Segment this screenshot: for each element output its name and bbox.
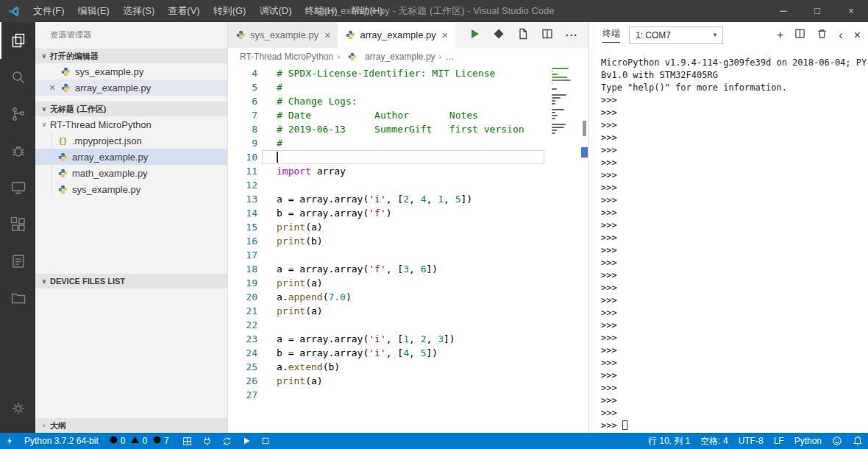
- menu-item-4[interactable]: 查看(V): [161, 0, 206, 22]
- editor-actions: ···: [469, 22, 588, 48]
- indentation-setting[interactable]: 空格: 4: [695, 433, 733, 449]
- outline-header[interactable]: › 大纲: [35, 418, 227, 433]
- source-control-icon[interactable]: [0, 96, 35, 132]
- code-line-5[interactable]: 5#: [228, 80, 588, 94]
- tab-array-example[interactable]: array_example.py ×: [338, 22, 455, 48]
- search-icon[interactable]: [0, 59, 35, 96]
- terminal-prompt-line: >>>: [601, 269, 868, 282]
- notes-board-icon[interactable]: [0, 243, 35, 280]
- code-line-27[interactable]: 27: [228, 388, 588, 402]
- tab-sys-example[interactable]: sys_example.py ×: [228, 22, 338, 48]
- split-editor-button[interactable]: [541, 28, 553, 43]
- eol-setting[interactable]: LF: [769, 433, 789, 449]
- remote-bolt-icon[interactable]: [0, 433, 19, 449]
- code-line-12[interactable]: 12: [228, 178, 588, 192]
- code-line-24[interactable]: 24b = array.array('i', [4, 5]): [228, 346, 588, 360]
- encoding-setting[interactable]: UTF-8: [733, 433, 769, 449]
- breadcrumb-more[interactable]: …: [446, 52, 455, 62]
- run-python-file-button[interactable]: [469, 28, 480, 43]
- flash-download-button[interactable]: [197, 433, 217, 449]
- run-on-device-button[interactable]: [493, 28, 505, 43]
- code-line-23[interactable]: 23a = array.array('i', [1, 2, 3]): [228, 332, 588, 346]
- extensions-icon[interactable]: [0, 206, 35, 243]
- code-line-21[interactable]: 21print(a): [228, 304, 588, 318]
- notifications-bell-icon[interactable]: [847, 433, 868, 449]
- close-icon[interactable]: ×: [442, 30, 448, 40]
- code-line-13[interactable]: 13a = array.array('i', [2, 4, 1, 5]): [228, 192, 588, 206]
- terminal-selector-dropdown[interactable]: 1: COM7 ▼: [629, 26, 723, 44]
- breadcrumb-file[interactable]: array_example.py: [365, 52, 435, 62]
- code-line-17[interactable]: 17: [228, 248, 588, 262]
- code-line-4[interactable]: 4# SPDX-License-Identifier: MIT License: [228, 66, 588, 80]
- close-icon[interactable]: ×: [47, 82, 57, 93]
- workspace-header[interactable]: ∨ 无标题 (工作区): [35, 102, 227, 116]
- code-line-16[interactable]: 16print(b): [228, 234, 588, 248]
- device-files-label: DEVICE FILES LIST: [50, 277, 125, 286]
- more-actions-button[interactable]: ···: [566, 29, 578, 41]
- menu-item-5[interactable]: 转到(G): [207, 0, 253, 22]
- minimize-button[interactable]: ─: [766, 0, 800, 22]
- menu-item-1[interactable]: 文件(F): [26, 0, 71, 22]
- menu-item-3[interactable]: 选择(S): [116, 0, 161, 22]
- code-line-26[interactable]: 26print(a): [228, 374, 588, 388]
- close-panel-button[interactable]: ×: [854, 29, 861, 41]
- tree-item-math_example.py[interactable]: math_example.py: [35, 165, 227, 181]
- kill-terminal-button[interactable]: [817, 28, 828, 42]
- stop-button[interactable]: [256, 433, 275, 449]
- code-line-20[interactable]: 20a.append(7.0): [228, 290, 588, 304]
- sync-button[interactable]: [217, 433, 237, 449]
- tree-item-array_example.py[interactable]: array_example.py: [35, 149, 227, 165]
- code-editor[interactable]: 4# SPDX-License-Identifier: MIT License5…: [228, 65, 588, 433]
- code-line-19[interactable]: 19print(a): [228, 276, 588, 290]
- device-monitor-icon[interactable]: [0, 169, 35, 206]
- code-line-25[interactable]: 25a.extend(b): [228, 360, 588, 374]
- explorer-icon[interactable]: [0, 22, 35, 59]
- open-editor-sys-example[interactable]: sys_example.py: [35, 63, 227, 79]
- editor-group: sys_example.py × array_example.py ×: [228, 22, 588, 433]
- scrollbar-thumb[interactable]: [583, 121, 586, 136]
- debug-icon[interactable]: [0, 132, 35, 169]
- tree-item-.mpyproject.json[interactable]: {}.mpyproject.json: [35, 132, 227, 149]
- close-button[interactable]: ×: [834, 0, 868, 22]
- open-changes-button[interactable]: [517, 28, 529, 43]
- cursor-position[interactable]: 行 10, 列 1: [643, 433, 695, 449]
- code-line-11[interactable]: 11import array: [228, 164, 588, 178]
- split-terminal-button[interactable]: [794, 28, 805, 42]
- open-editors-header[interactable]: ∨ 打开的编辑器: [35, 49, 227, 63]
- terminal-output[interactable]: MicroPython v1.9.4-114-g309fe39d on 2018…: [589, 48, 868, 433]
- breadcrumb-root[interactable]: RT-Thread MicroPython: [240, 52, 333, 62]
- line-number: 14: [228, 206, 257, 220]
- language-mode[interactable]: Python: [789, 433, 827, 449]
- problems-indicator[interactable]: 0 0 7: [104, 435, 177, 447]
- line-number: 9: [228, 136, 257, 150]
- terminal-tab[interactable]: 终端: [602, 27, 620, 43]
- settings-gear-icon[interactable]: [0, 390, 35, 427]
- tree-item-sys_example.py[interactable]: sys_example.py: [35, 181, 227, 197]
- code-line-22[interactable]: 22: [228, 318, 588, 332]
- close-icon[interactable]: ×: [324, 30, 330, 40]
- code-line-6[interactable]: 6# Change Logs:: [228, 94, 588, 108]
- maximize-button[interactable]: □: [800, 0, 834, 22]
- python-interpreter-selector[interactable]: Python 3.7.2 64-bit: [19, 433, 104, 449]
- code-line-8[interactable]: 8# 2019-06-13 SummerGift first version: [228, 122, 588, 136]
- code-line-9[interactable]: 9#: [228, 136, 588, 150]
- folder-rt-thread-micropython[interactable]: ∨ RT-Thread MicroPython: [35, 116, 227, 132]
- board-grid-button[interactable]: [177, 433, 197, 449]
- project-folder-icon[interactable]: [0, 280, 35, 317]
- run-button[interactable]: [237, 433, 256, 449]
- code-line-7[interactable]: 7# Date Author Notes: [228, 108, 588, 122]
- code-line-18[interactable]: 18a = array.array('f', [3, 6]): [228, 262, 588, 276]
- new-terminal-button[interactable]: +: [777, 29, 783, 41]
- device-files-header[interactable]: ∨ DEVICE FILES LIST: [35, 274, 227, 289]
- menu-item-2[interactable]: 编辑(E): [71, 0, 116, 22]
- line-number: 26: [228, 374, 257, 388]
- code-line-10[interactable]: 10: [228, 150, 588, 164]
- minimap[interactable]: [552, 68, 575, 138]
- chevron-left-icon[interactable]: ‹: [839, 29, 842, 41]
- feedback-smiley-icon[interactable]: [827, 433, 847, 449]
- explorer-sidebar: 资源管理器 ∨ 打开的编辑器 sys_example.py × array_ex…: [35, 22, 228, 433]
- open-editor-array-example[interactable]: × array_example.py: [35, 79, 227, 96]
- code-line-15[interactable]: 15print(a): [228, 220, 588, 234]
- code-line-14[interactable]: 14b = array.array('f'): [228, 206, 588, 220]
- menu-item-6[interactable]: 调试(D): [252, 0, 298, 22]
